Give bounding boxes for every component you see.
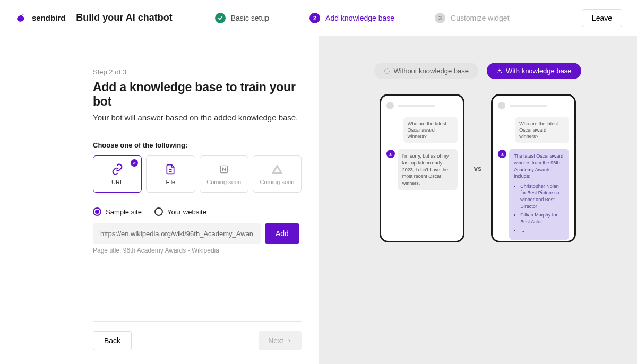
step-divider <box>277 18 302 18</box>
page-title: Build your AI chatbot <box>76 12 172 23</box>
source-type-selector: URL File Coming soon Coming soon <box>93 155 302 193</box>
selected-check-icon <box>131 159 138 167</box>
brand-name: sendbird <box>32 13 65 22</box>
preview-comparison: Who are the latest Oscar award winners? … <box>380 94 576 242</box>
wizard-footer: Back Next <box>93 321 302 350</box>
list-item: Cillian Murphy for Best Actor <box>520 212 564 225</box>
source-card-url[interactable]: URL <box>93 155 142 193</box>
comparison-pills: Without knowledge base With knowledge ba… <box>374 63 581 79</box>
source-label: URL <box>111 179 123 185</box>
avatar-placeholder <box>498 102 505 109</box>
step-add-knowledge-base: 2 Add knowledge base <box>309 13 394 23</box>
link-icon <box>111 163 124 176</box>
radio-label: Your website <box>167 208 206 216</box>
back-button[interactable]: Back <box>93 331 132 350</box>
bot-message: I'm sorry, but as of my last update in e… <box>398 149 458 190</box>
source-label: File <box>166 179 176 185</box>
user-message: Who are the latest Oscar award winners? <box>403 117 458 143</box>
url-input-row: Add <box>93 223 302 244</box>
source-label: Coming soon <box>206 179 241 185</box>
title-placeholder <box>510 105 547 107</box>
source-card-drive[interactable]: Coming soon <box>253 155 302 193</box>
bot-avatar-icon <box>386 150 395 158</box>
svg-point-7 <box>502 153 503 154</box>
avatar-placeholder <box>386 102 394 109</box>
progress-steps: Basic setup 2 Add knowledge base 3 Custo… <box>215 13 582 23</box>
list-item: Christopher Nolan for Best Picture co-wi… <box>520 183 564 210</box>
add-button[interactable]: Add <box>265 223 299 244</box>
file-icon <box>164 163 177 176</box>
source-card-notion[interactable]: Coming soon <box>200 155 248 193</box>
radio-your-website[interactable]: Your website <box>154 207 206 216</box>
bot-message-row: The latest Oscar award winners from the … <box>498 149 569 240</box>
check-icon <box>215 13 226 23</box>
source-card-file[interactable]: File <box>146 155 195 193</box>
phone-header <box>498 102 569 109</box>
radio-label: Sample site <box>106 208 142 216</box>
bot-message-row: I'm sorry, but as of my last update in e… <box>386 149 458 190</box>
google-drive-icon <box>271 163 283 176</box>
step-number-icon: 3 <box>435 13 445 23</box>
leave-button[interactable]: Leave <box>582 9 622 27</box>
phone-header <box>386 102 458 109</box>
preview-phone-with: Who are the latest Oscar award winners? … <box>491 94 576 242</box>
bot-avatar-icon <box>498 150 506 158</box>
bot-message: The latest Oscar award winners from the … <box>509 149 569 240</box>
bot-answer-list: Christopher Nolan for Best Picture co-wi… <box>514 183 564 234</box>
vs-label: vs <box>474 164 481 172</box>
site-type-radio-group: Sample site Your website <box>93 207 302 216</box>
preview-phone-without: Who are the latest Oscar award winners? … <box>380 94 464 242</box>
svg-point-4 <box>501 72 502 73</box>
page-subheading: Your bot will answer based on the added … <box>93 113 302 122</box>
step-indicator: Step 2 of 3 <box>93 68 302 76</box>
main-content: Step 2 of 3 Add a knowledge base to trai… <box>0 36 637 364</box>
svg-point-5 <box>497 72 498 73</box>
radio-sample-site[interactable]: Sample site <box>93 207 142 216</box>
source-label: Coming soon <box>260 179 294 185</box>
pill-with-kb: With knowledge base <box>487 63 581 79</box>
sendbird-logo-icon <box>15 13 25 23</box>
choose-label: Choose one of the following: <box>93 141 302 149</box>
chevron-right-icon <box>287 338 292 343</box>
sparkle-icon <box>496 68 503 74</box>
list-item: ... <box>520 227 564 234</box>
svg-point-6 <box>390 153 391 154</box>
step-number-icon: 2 <box>309 13 320 23</box>
url-input[interactable] <box>93 223 261 244</box>
svg-point-3 <box>385 68 390 73</box>
pill-without-kb: Without knowledge base <box>374 63 478 79</box>
page-title-hint: Page title: 96th Academy Awards - Wikipe… <box>93 247 302 254</box>
step-divider <box>402 18 427 18</box>
page-heading: Add a knowledge base to train your bot <box>93 80 302 109</box>
title-placeholder <box>398 105 435 107</box>
radio-icon <box>93 207 101 216</box>
radio-icon <box>154 207 163 216</box>
app-header: sendbird Build your AI chatbot Basic set… <box>0 0 637 36</box>
step-basic-setup: Basic setup <box>215 13 269 23</box>
brand: sendbird Build your AI chatbot <box>15 12 173 23</box>
user-message: Who are the latest Oscar award winners? <box>515 117 569 143</box>
notion-icon <box>218 163 230 176</box>
loading-icon <box>384 68 390 74</box>
form-pane: Step 2 of 3 Add a knowledge base to trai… <box>0 36 318 364</box>
next-button[interactable]: Next <box>259 331 302 350</box>
preview-pane: Without knowledge base With knowledge ba… <box>318 36 637 364</box>
step-customize-widget: 3 Customize widget <box>435 13 510 23</box>
